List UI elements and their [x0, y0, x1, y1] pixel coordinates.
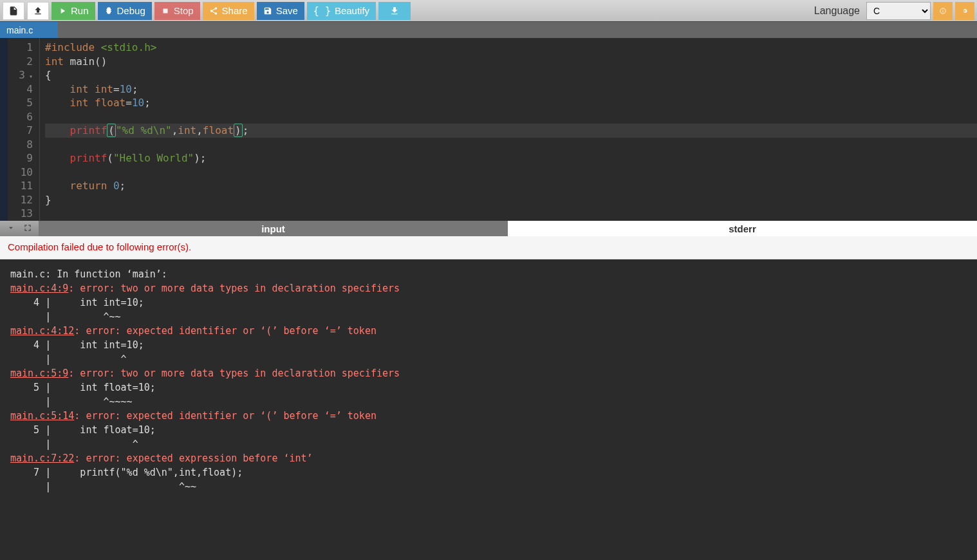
expand-icon[interactable] — [23, 223, 32, 234]
code-line[interactable] — [45, 207, 977, 221]
line-number: 13 — [8, 207, 33, 221]
line-number: 5 — [8, 96, 33, 110]
run-label: Run — [71, 5, 89, 16]
code-line[interactable]: { — [45, 68, 977, 82]
stop-button[interactable]: Stop — [154, 2, 200, 20]
code-line[interactable]: printf("%d %d\n",int,float); — [45, 124, 977, 138]
output-line: main.c: In function ‘main’: — [10, 267, 967, 281]
code-line[interactable] — [45, 165, 977, 180]
error-banner-text: Compilation failed due to following erro… — [8, 241, 191, 252]
code-line[interactable] — [45, 138, 977, 152]
code-line[interactable]: return 0; — [45, 179, 977, 193]
file-tab-label: main.c — [6, 25, 33, 35]
save-label: Save — [276, 5, 298, 16]
svg-rect-3 — [943, 9, 944, 10]
debug-label: Debug — [117, 5, 145, 16]
download-icon — [389, 6, 400, 16]
share-label: Share — [222, 5, 248, 16]
output-line: main.c:4:12: error: expected identifier … — [10, 324, 967, 338]
code-line[interactable]: int main() — [45, 55, 977, 69]
toolbar: Run Debug Stop Share Save { } Beautify L… — [0, 0, 977, 21]
code-line[interactable]: int int=10; — [45, 82, 977, 97]
line-number: 7 — [8, 124, 33, 138]
play-icon — [58, 6, 67, 15]
file-tab-main[interactable]: main.c — [0, 22, 58, 38]
upload-button[interactable] — [27, 2, 49, 20]
download-button[interactable] — [378, 2, 411, 20]
output-line: main.c:5:9: error: two or more data type… — [10, 366, 967, 380]
code-line[interactable] — [45, 110, 977, 124]
beautify-button[interactable]: { } Beautify — [307, 2, 376, 20]
stop-label: Stop — [174, 5, 194, 16]
code-line[interactable]: } — [45, 193, 977, 207]
output-line: 5 | int float=10; — [10, 423, 967, 437]
stderr-tab-label: stderr — [729, 223, 756, 234]
share-icon — [209, 6, 218, 15]
output-line: 4 | int int=10; — [10, 295, 967, 310]
tab-stderr[interactable]: stderr — [508, 221, 977, 236]
output-line: main.c:7:22: error: expected expression … — [10, 451, 967, 465]
save-button[interactable]: Save — [257, 2, 304, 20]
splitter-bar[interactable]: input stderr — [0, 221, 977, 236]
share-button[interactable]: Share — [203, 2, 254, 20]
input-tab-label: input — [261, 223, 285, 234]
line-number: 12 — [8, 193, 33, 207]
editor-left-strip — [0, 38, 8, 221]
svg-rect-2 — [943, 10, 944, 12]
output-line: | ^ — [10, 437, 967, 451]
file-tabbar: main.c — [0, 21, 977, 38]
gutter: 12345678910111213 — [8, 38, 40, 221]
code-line[interactable]: printf("Hello World"); — [45, 151, 977, 165]
error-banner: Compilation failed due to following erro… — [0, 236, 977, 259]
language-select[interactable]: C — [866, 2, 931, 20]
output-line: | ^~~ — [10, 310, 967, 324]
code-line[interactable]: #include <stdio.h> — [45, 41, 977, 55]
svg-rect-0 — [163, 8, 167, 13]
output-line: 4 | int int=10; — [10, 338, 967, 352]
debug-button[interactable]: Debug — [98, 2, 152, 20]
file-icon — [8, 6, 19, 16]
collapse-icon[interactable] — [6, 223, 15, 234]
upload-icon — [33, 6, 43, 16]
language-label: Language — [814, 5, 860, 17]
line-number: 4 — [8, 82, 33, 97]
output-line: | ^~~ — [10, 480, 967, 494]
bug-icon — [104, 6, 113, 15]
output-line: | ^ — [10, 352, 967, 366]
line-number: 8 — [8, 138, 33, 152]
beautify-label: Beautify — [335, 5, 369, 16]
info-icon — [940, 6, 946, 16]
output-panel[interactable]: main.c: In function ‘main’:main.c:4:9: e… — [0, 259, 977, 560]
settings-button[interactable] — [955, 2, 974, 20]
run-button[interactable]: Run — [51, 2, 95, 20]
braces-icon: { } — [313, 5, 331, 17]
new-file-button[interactable] — [3, 2, 24, 20]
code-editor[interactable]: 12345678910111213 #include <stdio.h>int … — [0, 38, 977, 221]
output-line: main.c:5:14: error: expected identifier … — [10, 409, 967, 423]
line-number: 6 — [8, 110, 33, 124]
info-button[interactable] — [933, 2, 953, 20]
line-number: 2 — [8, 55, 33, 69]
line-number: 1 — [8, 41, 33, 55]
gear-icon — [962, 6, 968, 16]
line-number: 9 — [8, 151, 33, 165]
save-icon — [263, 6, 272, 15]
output-line: | ^~~~~ — [10, 395, 967, 409]
tab-input[interactable]: input — [39, 221, 508, 236]
output-line: 7 | printf("%d %d\n",int,float); — [10, 465, 967, 480]
line-number: 3 — [8, 68, 33, 82]
code-line[interactable]: int float=10; — [45, 96, 977, 110]
code-area[interactable]: #include <stdio.h>int main(){ int int=10… — [40, 38, 977, 221]
output-line: 5 | int float=10; — [10, 380, 967, 395]
line-number: 10 — [8, 165, 33, 180]
output-line: main.c:4:9: error: two or more data type… — [10, 281, 967, 295]
line-number: 11 — [8, 179, 33, 193]
stop-icon — [161, 6, 170, 15]
